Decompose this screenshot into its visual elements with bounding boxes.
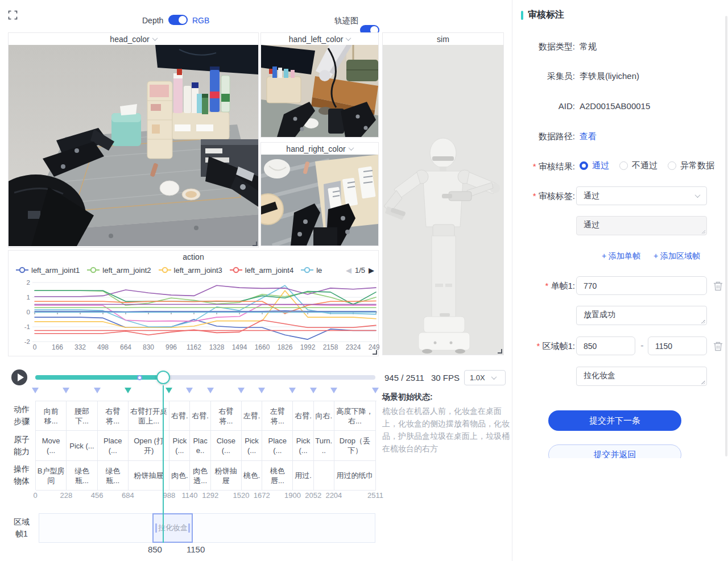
step-marker[interactable]: [310, 388, 317, 393]
table-cell-ability[interactable]: Place..: [190, 431, 210, 461]
step-marker[interactable]: [289, 388, 296, 393]
step-marker[interactable]: [207, 388, 214, 393]
step-marker[interactable]: [94, 388, 101, 393]
table-cell-ability[interactable]: Place (...: [98, 431, 129, 461]
legend-item[interactable]: left_arm_joint1: [16, 266, 80, 275]
delete-single-frame-icon[interactable]: [713, 281, 723, 291]
table-cell-ability[interactable]: Place (...: [262, 431, 293, 461]
tag-note-text: 通过: [584, 220, 599, 229]
play-button[interactable]: [11, 369, 27, 385]
table-cell-step[interactable]: 右臂将...: [211, 401, 242, 431]
action-chart[interactable]: 210-1-2016633249866483099611621328149416…: [9, 277, 379, 356]
table-cell-object[interactable]: 绿色瓶...: [67, 461, 97, 491]
depth-rgb-toggle[interactable]: [168, 15, 188, 25]
table-cell-step[interactable]: 右臂.: [190, 401, 210, 431]
resize-grip-icon[interactable]: [701, 380, 705, 384]
table-cell-ability[interactable]: Pick (...: [169, 431, 190, 461]
step-marker[interactable]: [330, 388, 337, 393]
table-cell-step[interactable]: 腰部下...: [67, 401, 97, 431]
table-cell-object[interactable]: 肉色.: [169, 461, 190, 491]
tag-note-textarea[interactable]: 通过: [576, 216, 707, 235]
region-left-handle[interactable]: [155, 523, 157, 533]
resize-handle-icon[interactable]: [253, 242, 257, 246]
table-cell-step[interactable]: 右臂将...: [98, 401, 129, 431]
speed-select[interactable]: 1.0X: [464, 370, 506, 385]
fps-label: 30 FPS: [431, 373, 460, 383]
step-marker[interactable]: [186, 388, 193, 393]
step-marker[interactable]: [166, 388, 172, 393]
table-cell-object[interactable]: B户型房间: [36, 461, 67, 491]
add-single-frame-link[interactable]: + 添加单帧: [602, 250, 640, 261]
legend-item[interactable]: left_arm_joint3: [159, 266, 222, 275]
toggle-knob: [179, 16, 187, 24]
table-cell-object[interactable]: 用过.: [293, 461, 313, 491]
table-cell-step[interactable]: 左臂.: [242, 401, 262, 431]
table-cell-step[interactable]: 右臂.: [293, 401, 313, 431]
resize-grip-icon[interactable]: [701, 230, 705, 234]
chart-line-series: [35, 307, 376, 308]
submit-next-button[interactable]: 提交并下一条: [548, 410, 681, 431]
radio-fail[interactable]: 不通过: [619, 160, 657, 171]
table-cell-step[interactable]: 右臂.: [169, 401, 190, 431]
table-cell-step[interactable]: 向前移...: [36, 401, 67, 431]
table-cell-step[interactable]: 左臂将...: [262, 401, 293, 431]
step-marker[interactable]: [372, 388, 379, 393]
resize-grip-icon[interactable]: [701, 319, 705, 323]
table-cell-object[interactable]: [314, 461, 334, 491]
step-marker[interactable]: [258, 388, 265, 393]
panel-scrollbar[interactable]: [725, 16, 727, 456]
region-track[interactable]: 拉化妆盒: [39, 513, 375, 543]
legend-prev-icon[interactable]: ◀: [346, 266, 351, 275]
region-right-handle[interactable]: [188, 523, 190, 533]
timeline-slider[interactable]: [35, 375, 375, 380]
speed-value: 1.0X: [470, 373, 485, 382]
table-cell-object[interactable]: 粉饼抽屉: [211, 461, 242, 491]
table-cell-object[interactable]: 肉色透...: [190, 461, 210, 491]
resize-handle-icon[interactable]: [373, 350, 377, 355]
delete-region-frame-icon[interactable]: [713, 341, 723, 351]
legend-item[interactable]: le: [301, 266, 322, 275]
hand-left-camera-title[interactable]: hand_left_color: [261, 33, 378, 45]
radio-pass[interactable]: 通过: [580, 160, 609, 171]
table-cell-object[interactable]: 桃色唇...: [262, 461, 293, 491]
region-note-textarea[interactable]: 拉化妆盒: [576, 367, 707, 386]
table-cell-ability[interactable]: Pick (...: [67, 431, 97, 461]
radio-dot: [619, 161, 628, 170]
legend-item[interactable]: left_arm_joint2: [87, 266, 151, 275]
table-cell-ability[interactable]: Pick (...: [242, 431, 262, 461]
tag-select[interactable]: 通过: [576, 186, 707, 205]
region-start-input[interactable]: 850: [576, 336, 635, 355]
table-cell-step[interactable]: 高度下降，右...: [334, 401, 376, 431]
table-cell-ability[interactable]: Pick (...: [293, 431, 313, 461]
single-frame-input[interactable]: 770: [576, 276, 707, 295]
resize-handle-icon[interactable]: [498, 349, 502, 354]
table-cell-ability[interactable]: Move (...: [36, 431, 67, 461]
legend-item[interactable]: left_arm_joint4: [230, 266, 293, 275]
submit-back-button[interactable]: 提交并返回: [548, 444, 681, 458]
data-path-link[interactable]: 查看: [580, 131, 597, 142]
timeline-handle[interactable]: [156, 371, 170, 384]
table-cell-ability[interactable]: Turn...: [314, 431, 334, 461]
tag-label: 审核标签:: [512, 190, 575, 202]
fullscreen-icon[interactable]: [8, 10, 18, 20]
table-cell-step[interactable]: 向右.: [314, 401, 334, 431]
action-chart-title: action: [9, 251, 378, 263]
single-frame-note-textarea[interactable]: 放置成功: [576, 306, 707, 325]
table-cell-object[interactable]: 绿色瓶...: [98, 461, 129, 491]
table-cell-object[interactable]: 用过的纸巾: [334, 461, 376, 491]
step-marker[interactable]: [63, 388, 69, 393]
add-region-frame-link[interactable]: + 添加区域帧: [653, 250, 700, 261]
step-marker[interactable]: [238, 388, 245, 393]
head-camera-title[interactable]: head_color: [9, 33, 258, 45]
step-marker[interactable]: [125, 388, 131, 393]
legend-next-icon[interactable]: ▶: [369, 266, 374, 275]
table-cell-ability[interactable]: Close (...: [211, 431, 242, 461]
region-end-input[interactable]: 1150: [648, 336, 707, 355]
radio-abnormal[interactable]: 异常数据: [668, 160, 714, 171]
table-cell-ability[interactable]: Drop（丢下）: [334, 431, 376, 461]
legend-label: left_arm_joint3: [174, 266, 222, 275]
step-marker[interactable]: [32, 388, 39, 393]
hand-right-camera-title[interactable]: hand_right_color: [261, 143, 378, 155]
table-cell-object[interactable]: 桃色.: [242, 461, 262, 491]
region-segment[interactable]: 拉化妆盒: [152, 513, 193, 543]
